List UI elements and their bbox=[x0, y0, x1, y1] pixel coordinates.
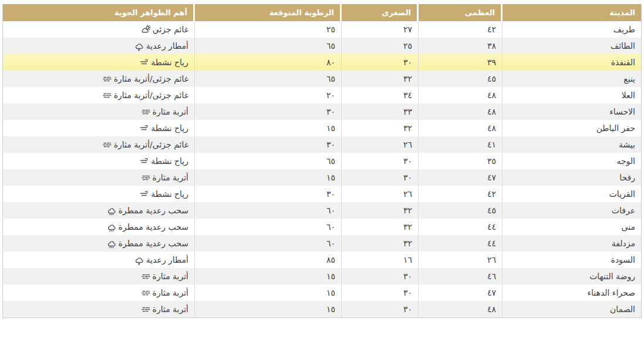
table-row[interactable]: الوجه٣٥٣٠٦٥رياح نشطة bbox=[3, 153, 641, 169]
header-max-temp: العظمى bbox=[419, 4, 503, 21]
min-temp-cell: ٢٦ bbox=[342, 136, 419, 153]
city-name-cell: عرفات bbox=[503, 202, 641, 219]
table-row[interactable]: صحراء الدهناء٤٧٣٠١٥أتربة مثارة bbox=[3, 285, 641, 301]
phenomena-label: رياح نشطة bbox=[151, 189, 188, 199]
phenomena-content: سحب رعدية ممطرة bbox=[107, 222, 188, 232]
phenomena-cell: سحب رعدية ممطرة bbox=[3, 202, 195, 219]
table-row[interactable]: رفحا٤٧٣٠١٥أتربة مثارة bbox=[3, 169, 641, 186]
city-name-cell: السودة bbox=[503, 252, 641, 268]
dust-icon bbox=[141, 288, 151, 298]
min-temp-cell: ٢٥ bbox=[342, 38, 419, 54]
phenomena-cell: أتربة مثارة bbox=[3, 268, 195, 285]
table-row[interactable]: السودة٢٦١٦٨٥أمطار رعدية bbox=[3, 252, 641, 268]
phenomena-content: أتربة مثارة bbox=[141, 304, 188, 314]
min-temp-cell: ٣٤ bbox=[342, 87, 419, 103]
max-temp-cell: ٤٨ bbox=[419, 103, 503, 120]
min-temp-cell: ٣٢ bbox=[342, 71, 419, 87]
phenomena-cell: غائم جزئى/أتربة مثارة bbox=[3, 87, 195, 103]
table-row[interactable]: بيشة٤١٢٦٣٠غائم جزئى/أتربة مثارة bbox=[3, 136, 641, 153]
table-row[interactable]: الصمان٤٨٣٠١٥أتربة مثارة bbox=[3, 301, 641, 317]
table-row[interactable]: القنفذة٣٩٣٠٨٠رياح نشطة bbox=[3, 54, 641, 71]
min-temp-cell: ٣٢ bbox=[342, 202, 419, 219]
table-row[interactable]: العلا٤٨٣٤٢٠غائم جزئى/أتربة مثارة bbox=[3, 87, 641, 103]
phenomena-cell: رياح نشطة bbox=[3, 120, 195, 136]
humidity-cell: ٢٥ bbox=[195, 21, 342, 38]
min-temp-cell: ٣٠ bbox=[342, 54, 419, 71]
dust-icon bbox=[102, 140, 112, 150]
table-row[interactable]: الطائف٣٨٢٥٦٥أمطار رعدية bbox=[3, 38, 641, 54]
phenomena-cell: سحب رعدية ممطرة bbox=[3, 235, 195, 252]
city-name-cell: القريات bbox=[503, 186, 641, 202]
max-temp-cell: ٤٦ bbox=[419, 268, 503, 285]
phenomena-cell: غائم جزئى/أتربة مثارة bbox=[3, 71, 195, 87]
phenomena-content: غائم جزئى/أتربة مثارة bbox=[102, 91, 188, 101]
max-temp-cell: ٤٢ bbox=[419, 21, 503, 38]
phenomena-content: أتربة مثارة bbox=[141, 288, 188, 298]
table-row[interactable]: ينبع٤٥٣٢٦٥غائم جزئى/أتربة مثارة bbox=[3, 71, 641, 87]
max-temp-cell: ٢٦ bbox=[419, 252, 503, 268]
phenomena-content: سحب رعدية ممطرة bbox=[107, 239, 188, 249]
min-temp-cell: ١٦ bbox=[342, 252, 419, 268]
phenomena-content: غائم جزئى/أتربة مثارة bbox=[102, 74, 188, 84]
city-name-cell: منى bbox=[503, 219, 641, 235]
city-name-cell: الوجه bbox=[503, 153, 641, 169]
phenomena-label: أتربة مثارة bbox=[153, 107, 188, 116]
phenomena-label: أتربة مثارة bbox=[153, 173, 188, 182]
wind-icon bbox=[139, 156, 149, 166]
table-row[interactable]: الاحساء٤٨٣٣٣٠أتربة مثارة bbox=[3, 103, 641, 120]
city-name-cell: الطائف bbox=[503, 38, 641, 54]
dust-icon bbox=[102, 74, 112, 84]
dust-icon bbox=[141, 173, 151, 183]
table-row[interactable]: طريف٤٢٢٧٢٥غائم جزئي bbox=[3, 21, 641, 38]
table-row[interactable]: روضة التنهات٤٦٣٠١٥أتربة مثارة bbox=[3, 268, 641, 285]
table-row[interactable]: عرفات٤٥٣٢٦٠سحب رعدية ممطرة bbox=[3, 202, 641, 219]
humidity-cell: ١٥ bbox=[195, 169, 342, 186]
phenomena-label: غائم جزئي bbox=[153, 25, 188, 34]
phenomena-cell: أتربة مثارة bbox=[3, 169, 195, 186]
phenomena-content: غائم جزئي bbox=[141, 25, 188, 35]
rain-cloud-icon bbox=[107, 239, 117, 249]
phenomena-content: رياح نشطة bbox=[139, 189, 188, 199]
header-phenomena: أهم الظواهر الجوية bbox=[3, 4, 195, 21]
phenomena-label: أتربة مثارة bbox=[153, 304, 188, 314]
thunder-rain-icon bbox=[134, 41, 144, 51]
min-temp-cell: ٢٦ bbox=[342, 186, 419, 202]
city-name-cell: ينبع bbox=[503, 71, 641, 87]
city-name-cell: القنفذة bbox=[503, 54, 641, 71]
humidity-cell: ٣٠ bbox=[195, 186, 342, 202]
weather-table: المدينة العظمى الصغرى الرطوبة المتوقعة أ… bbox=[2, 4, 642, 318]
phenomena-content: أمطار رعدية bbox=[134, 41, 188, 51]
table-row[interactable]: منى٤٤٣٢٦٠سحب رعدية ممطرة bbox=[3, 219, 641, 235]
max-temp-cell: ٤١ bbox=[419, 136, 503, 153]
phenomena-content: رياح نشطة bbox=[139, 123, 188, 133]
dust-icon bbox=[102, 91, 112, 101]
wind-icon bbox=[139, 189, 149, 199]
phenomena-cell: أتربة مثارة bbox=[3, 103, 195, 120]
table-row[interactable]: مزدلفة٤٤٣٢٦٠سحب رعدية ممطرة bbox=[3, 235, 641, 252]
humidity-cell: ١٥ bbox=[195, 301, 342, 317]
humidity-cell: ٦٥ bbox=[195, 71, 342, 87]
city-name-cell: طريف bbox=[503, 21, 641, 38]
city-name-cell: الاحساء bbox=[503, 103, 641, 120]
phenomena-content: أتربة مثارة bbox=[141, 107, 188, 117]
humidity-cell: ٦٠ bbox=[195, 202, 342, 219]
max-temp-cell: ٣٩ bbox=[419, 54, 503, 71]
table-header-row: المدينة العظمى الصغرى الرطوبة المتوقعة أ… bbox=[3, 4, 641, 21]
max-temp-cell: ٤٥ bbox=[419, 71, 503, 87]
phenomena-content: سحب رعدية ممطرة bbox=[107, 206, 188, 216]
phenomena-content: أتربة مثارة bbox=[141, 272, 188, 282]
humidity-cell: ٦٥ bbox=[195, 38, 342, 54]
city-name-cell: العلا bbox=[503, 87, 641, 103]
table-row[interactable]: القريات٤٢٢٦٣٠رياح نشطة bbox=[3, 186, 641, 202]
header-city: المدينة bbox=[503, 4, 641, 21]
city-name-cell: الصمان bbox=[503, 301, 641, 317]
table-row[interactable]: حفر الباطن٤٨٣٢١٥رياح نشطة bbox=[3, 120, 641, 136]
phenomena-label: أتربة مثارة bbox=[153, 288, 188, 297]
phenomena-cell: أتربة مثارة bbox=[3, 285, 195, 301]
min-temp-cell: ٣٠ bbox=[342, 285, 419, 301]
min-temp-cell: ٣٢ bbox=[342, 219, 419, 235]
weather-forecast-page: المدينة العظمى الصغرى الرطوبة المتوقعة أ… bbox=[0, 0, 644, 338]
header-min-temp: الصغرى bbox=[342, 4, 419, 21]
phenomena-cell: سحب رعدية ممطرة bbox=[3, 219, 195, 235]
phenomena-cell: غائم جزئى/أتربة مثارة bbox=[3, 136, 195, 153]
